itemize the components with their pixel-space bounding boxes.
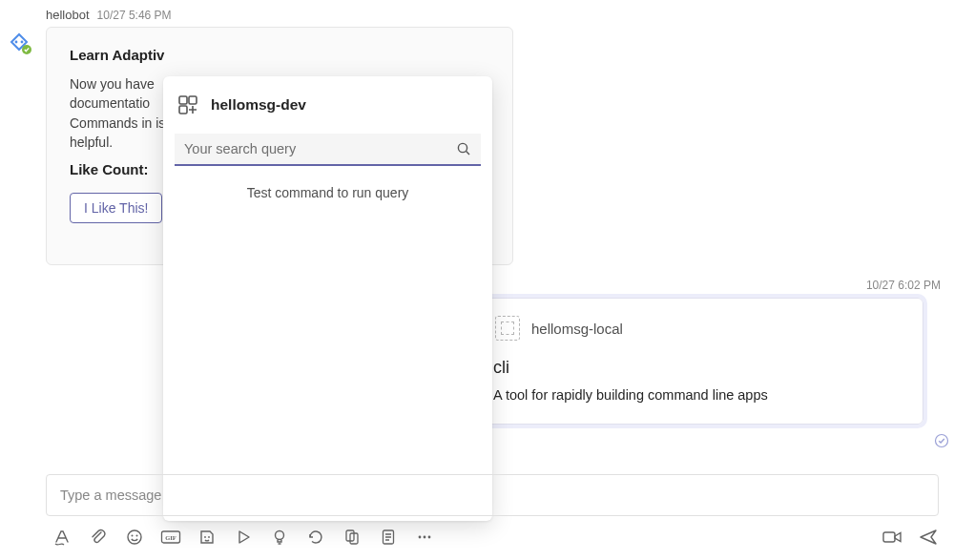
- svg-point-22: [428, 536, 431, 539]
- svg-rect-6: [179, 106, 187, 114]
- svg-point-20: [419, 536, 422, 539]
- stream-icon[interactable]: [233, 527, 254, 548]
- extension-hint: Test command to run query: [175, 185, 481, 200]
- extension-app-name: hellomsg-dev: [211, 96, 306, 114]
- sticker-icon[interactable]: [197, 527, 218, 548]
- bot-avatar: [6, 29, 32, 55]
- svg-line-8: [467, 152, 469, 155]
- svg-point-14: [204, 536, 206, 538]
- card-body: Now you have documentatio Commands in is…: [70, 74, 175, 152]
- like-button[interactable]: I Like This!: [70, 193, 162, 223]
- svg-point-21: [424, 536, 426, 539]
- messaging-extension-popup: hellomsg-dev Test command to run query: [163, 76, 492, 521]
- svg-text:GIF: GIF: [165, 534, 176, 541]
- copy-icon[interactable]: [342, 527, 363, 548]
- loop-icon[interactable]: [305, 527, 326, 548]
- svg-point-3: [936, 435, 948, 447]
- svg-point-11: [136, 535, 138, 537]
- extension-search-field[interactable]: [175, 134, 481, 166]
- svg-point-15: [208, 536, 210, 538]
- extension-app-icon: [176, 93, 199, 116]
- card-title: Learn Adaptiv: [70, 47, 489, 63]
- compose-toolbar: GIF: [52, 524, 939, 550]
- bulb-icon[interactable]: [269, 527, 290, 548]
- card-title: cli: [493, 358, 905, 378]
- search-input[interactable]: [184, 141, 456, 156]
- message-header: hellobot 10/27 5:46 PM: [46, 8, 172, 22]
- read-receipt-icon: [934, 433, 949, 448]
- svg-point-7: [458, 143, 467, 152]
- app-icon-placeholder: [495, 316, 520, 341]
- gif-icon[interactable]: GIF: [160, 527, 181, 548]
- format-icon[interactable]: [52, 527, 73, 548]
- svg-point-9: [128, 530, 141, 544]
- smile-icon[interactable]: [124, 527, 145, 548]
- compose-box[interactable]: Type a message: [46, 474, 939, 516]
- svg-rect-4: [179, 96, 187, 104]
- svg-rect-5: [189, 96, 197, 104]
- send-icon[interactable]: [918, 527, 939, 548]
- card-description: A tool for rapidly building command line…: [493, 387, 905, 403]
- svg-point-1: [21, 41, 24, 44]
- paperclip-icon[interactable]: [88, 527, 109, 548]
- form-icon[interactable]: [378, 527, 399, 548]
- video-icon[interactable]: [881, 527, 902, 548]
- svg-point-0: [15, 41, 18, 44]
- sender-name: hellobot: [46, 8, 90, 22]
- app-name: hellomsg-local: [531, 321, 623, 337]
- compose-placeholder: Type a message: [60, 487, 161, 503]
- link-card[interactable]: hellomsg-local cli A tool for rapidly bu…: [485, 298, 923, 425]
- svg-rect-23: [883, 532, 895, 542]
- message-timestamp: 10/27 6:02 PM: [866, 279, 941, 292]
- svg-point-16: [276, 531, 284, 540]
- search-icon: [456, 141, 471, 156]
- svg-point-10: [132, 535, 134, 537]
- message-timestamp: 10/27 5:46 PM: [97, 9, 172, 22]
- more-icon[interactable]: [414, 527, 435, 548]
